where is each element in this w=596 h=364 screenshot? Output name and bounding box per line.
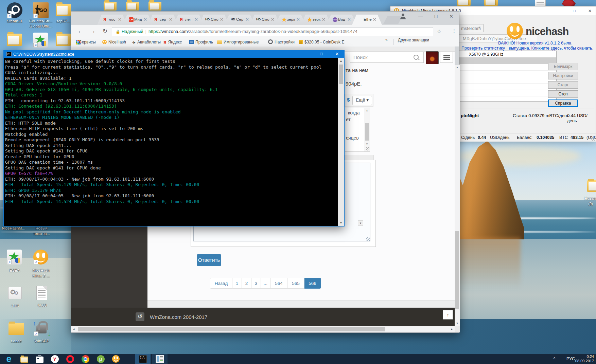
- tab-close-icon[interactable]: ✕: [118, 17, 122, 22]
- page-link-564[interactable]: 564: [270, 278, 287, 289]
- editor-more-button[interactable]: Ещё ▾: [352, 96, 372, 105]
- taskbar-item-store[interactable]: [32, 354, 47, 364]
- browser-tab[interactable]: Ethe✕: [352, 15, 382, 25]
- desktop-icon-esea[interactable]: [7, 250, 22, 265]
- scroll-up-icon[interactable]: ▲: [455, 65, 460, 70]
- page-link-1[interactable]: 1: [232, 278, 242, 289]
- scroll-down-icon[interactable]: ▼: [455, 321, 460, 326]
- desktop-icon-scp57[interactable]: [56, 3, 71, 17]
- webmoney-icon[interactable]: ↺: [136, 312, 144, 321]
- scroll-left-icon[interactable]: ◄: [71, 326, 76, 332]
- desktop-icon-folder[interactable]: [484, 0, 498, 7]
- nicehash-download-link[interactable]: выпущена. Кликните здесь, чтобы скачать.: [509, 46, 593, 51]
- browser-tab[interactable]: HDСмо✕: [250, 15, 280, 25]
- desktop-icon-novoe[interactable]: [8, 322, 24, 336]
- desktop-icon-folder[interactable]: [126, 1, 139, 12]
- browser-tab[interactable]: зерк✕: [276, 15, 305, 25]
- tab-close-icon[interactable]: ✕: [347, 17, 351, 22]
- scroll-up-icon[interactable]: ▲: [364, 108, 370, 113]
- browser-tab[interactable]: оноВид✕: [327, 15, 356, 25]
- page-link-566[interactable]: 566: [304, 278, 321, 289]
- browser-tab[interactable]: Ялос✕: [97, 15, 127, 25]
- bookmark-Авиабилеты[interactable]: ✈Авиабилеты: [132, 38, 161, 47]
- scroll-down-icon[interactable]: ▼: [338, 220, 344, 226]
- taskbar-item-ya[interactable]: Y: [47, 354, 63, 364]
- nicehash-version-link[interactable]: ВАЖНО! Новая версия v1.8.1.2 была: [498, 41, 571, 46]
- tab-close-icon[interactable]: ✕: [194, 17, 198, 22]
- bookmark-Яндекс[interactable]: ЯЯндекс: [163, 38, 182, 47]
- back-icon[interactable]: ←: [76, 26, 85, 36]
- tab-close-icon[interactable]: ✕: [245, 17, 249, 22]
- button-Справка[interactable]: Справка: [548, 99, 578, 107]
- bookmark-Настройки[interactable]: Настройки: [268, 38, 295, 47]
- taskbar-item-viewer[interactable]: [152, 354, 168, 364]
- browser-close-icon[interactable]: ✕: [446, 12, 456, 20]
- taskbar-item-opera[interactable]: [62, 354, 78, 364]
- reply-button[interactable]: Ответить: [197, 254, 221, 266]
- desktop-icon-csgo[interactable]: [33, 2, 49, 18]
- tab-close-icon[interactable]: ✕: [143, 17, 147, 22]
- resize-grip[interactable]: [366, 147, 369, 150]
- desktop-icon-folder[interactable]: [104, 1, 117, 12]
- cmd-titlebar[interactable]: C:\ C:\WINDOWS\system32\cmd.exe — □ ✕: [4, 51, 344, 58]
- taskbar-item-chrome[interactable]: [77, 354, 93, 364]
- page-link-Назад[interactable]: Назад: [210, 278, 232, 289]
- profile-icon[interactable]: [399, 13, 407, 20]
- desktop-icon-nicehash-miner[interactable]: [33, 250, 48, 265]
- currency-icon[interactable]: $: [347, 97, 350, 103]
- forward-icon[interactable]: →: [88, 26, 98, 36]
- taskbar-item-edge[interactable]: e: [1, 354, 17, 364]
- desktop-icon-winscp[interactable]: ↑↓: [34, 321, 49, 336]
- desktop-icon-folder[interactable]: [56, 33, 71, 47]
- nicehash-minimize-icon[interactable]: —: [554, 8, 563, 15]
- browser-tab[interactable]: HDСмо✕: [199, 15, 229, 25]
- tab-close-icon[interactable]: ✕: [296, 17, 300, 22]
- reload-icon[interactable]: ↻: [100, 26, 110, 36]
- other-bookmarks-button[interactable]: Другие закладки: [398, 38, 429, 42]
- desktop-icon-document[interactable]: [535, 0, 546, 6]
- bookmark-NiceHash[interactable]: NiceHash: [102, 38, 126, 47]
- page-link-3[interactable]: 3: [251, 278, 261, 289]
- language-indicator[interactable]: РУС: [566, 357, 575, 361]
- cmd-scrollbar[interactable]: ▲ ▼: [338, 58, 344, 226]
- cmd-minimize-icon[interactable]: —: [300, 51, 310, 58]
- nicehash-maximize-icon[interactable]: □: [570, 8, 579, 15]
- scroll-right-icon[interactable]: ►: [449, 326, 455, 332]
- page-link-2[interactable]: 2: [242, 278, 251, 289]
- textarea-scroll-down-icon[interactable]: ▼: [358, 220, 363, 226]
- browser-tab[interactable]: HDСер✕: [225, 15, 255, 25]
- menu-burger-icon[interactable]: [440, 52, 453, 63]
- nicehash-close-icon[interactable]: ✕: [585, 8, 594, 15]
- taskbar-clock[interactable]: 0:2408.09.2017: [575, 354, 594, 363]
- bookmark-Сервисы[interactable]: Сервисы: [76, 38, 96, 47]
- taskbar-item-smiley[interactable]: [108, 354, 124, 364]
- desktop-icon-start[interactable]: [8, 287, 22, 299]
- browser-menu-icon[interactable]: ⋮: [452, 28, 457, 34]
- button-Старт[interactable]: Старт: [548, 81, 578, 89]
- desktop-icon-steam21[interactable]: [7, 2, 22, 18]
- browser-tab[interactable]: Ялег✕: [174, 15, 204, 25]
- cmd-close-icon[interactable]: ✕: [332, 51, 342, 58]
- bookmark-star-icon[interactable]: ☆: [437, 28, 441, 35]
- button-Стоп[interactable]: Стоп: [548, 90, 578, 98]
- address-bar[interactable]: 🔒Надежный|https://wmzona.com/zarabotok/f…: [112, 27, 433, 36]
- bookmark-Импортированные[interactable]: Импортированные: [217, 38, 259, 47]
- search-input[interactable]: Поиск: [350, 52, 424, 63]
- tab-close-icon[interactable]: ✕: [322, 17, 326, 22]
- taskbar-item-folder[interactable]: [16, 354, 32, 364]
- page-vertical-scrollbar[interactable]: ▲ ▼: [455, 65, 460, 326]
- tab-close-icon[interactable]: ✕: [373, 17, 376, 22]
- page-link-565[interactable]: 565: [287, 278, 304, 289]
- page-horizontal-scrollbar[interactable]: ◄ ►: [71, 326, 455, 332]
- browser-tab[interactable]: зерк✕: [301, 15, 331, 25]
- desktop-icon-folder[interactable]: [7, 33, 22, 47]
- desktop-icon-esea-app[interactable]: [33, 33, 48, 48]
- desktop-icon-folder[interactable]: [457, 0, 471, 7]
- desktop-icon-folder[interactable]: [148, 1, 161, 12]
- browser-minimize-icon[interactable]: —: [416, 12, 426, 20]
- tray-expand-icon[interactable]: ^: [554, 357, 555, 361]
- tab-close-icon[interactable]: ✕: [169, 17, 173, 22]
- desktop-icon-6660[interactable]: [36, 286, 47, 300]
- cmd-maximize-icon[interactable]: □: [316, 51, 327, 58]
- textarea-resize-grip[interactable]: [366, 237, 370, 241]
